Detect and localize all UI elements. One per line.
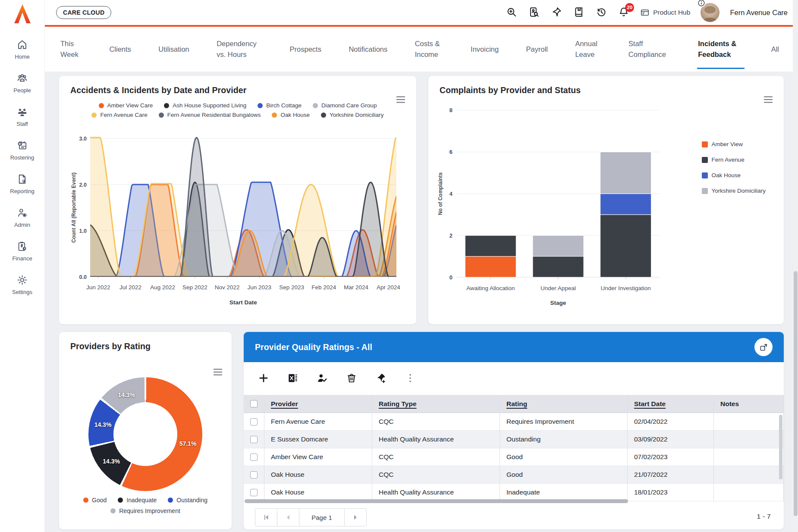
table-toolbar	[244, 362, 784, 395]
previous-page-button[interactable]	[277, 508, 299, 526]
tab-bar: This WeekClientsUtilisationDependency vs…	[45, 27, 798, 72]
info-icon[interactable]	[697, 0, 706, 7]
sidebar-item-rostering[interactable]: Rostering	[0, 140, 44, 167]
row-checkbox[interactable]	[250, 418, 258, 426]
product-hub-button[interactable]: Product Hub	[640, 8, 690, 17]
assign-button[interactable]	[316, 372, 328, 385]
delete-button[interactable]	[346, 372, 358, 385]
legend-item[interactable]: Oak House	[272, 112, 310, 118]
tab-prospects[interactable]: Prospects	[290, 44, 321, 55]
cell-start-date: 21/07/2022	[628, 466, 714, 484]
table-row[interactable]: Oak HouseHealth Quality AssuranceInadequ…	[244, 484, 784, 501]
table-row[interactable]: Oak HouseCQCGood21/07/2022	[244, 466, 784, 484]
legend-item[interactable]: Yorkshire Domiciliary	[321, 112, 384, 118]
tab-all[interactable]: All	[771, 44, 779, 55]
sidebar-item-finance[interactable]: Finance	[0, 241, 44, 268]
column-header-rating-type[interactable]: Rating Type	[372, 395, 500, 413]
vertical-scrollbar-thumb[interactable]	[779, 415, 782, 479]
column-header-provider[interactable]: Provider	[264, 395, 372, 413]
plus-icon	[258, 379, 269, 385]
tab-this-week[interactable]: This Week	[60, 38, 82, 60]
page-scrollbar[interactable]	[793, 0, 798, 532]
chart-menu-icon[interactable]	[396, 96, 406, 104]
trash-icon	[346, 379, 357, 385]
legend-item[interactable]: Amber View Care	[99, 102, 153, 109]
expand-icon[interactable]	[754, 338, 773, 356]
tab-dependency-vs-hours[interactable]: Dependency vs. Hours	[217, 38, 262, 60]
tab-clients[interactable]: Clients	[109, 44, 131, 55]
row-checkbox[interactable]	[250, 489, 258, 496]
svg-text:6: 6	[449, 149, 452, 155]
sidebar-item-home[interactable]: Home	[0, 39, 44, 66]
first-page-button[interactable]	[255, 508, 277, 526]
legend-item[interactable]: Amber View	[702, 141, 743, 147]
column-header-rating[interactable]: Rating	[500, 395, 628, 413]
sidebar-item-people[interactable]: People	[0, 72, 44, 100]
legend-item[interactable]: Diamond Care Group	[313, 102, 377, 109]
next-page-button[interactable]	[344, 508, 367, 526]
column-header-start-date[interactable]: Start Date	[628, 395, 714, 413]
tab-utilisation[interactable]: Utilisation	[158, 44, 189, 55]
legend-item[interactable]: Oak House	[702, 172, 741, 178]
export-excel-button[interactable]	[287, 372, 299, 385]
zoom-in-icon[interactable]	[506, 6, 518, 19]
legend-item[interactable]: Requires Improvement	[110, 507, 180, 514]
more-button[interactable]	[404, 372, 416, 385]
table-row[interactable]: E Sussex DomcareHealth Quality Assurance…	[244, 431, 784, 448]
cell-notes	[714, 448, 784, 466]
table-row[interactable]: Fern Avenue CareCQCRequires Improvement0…	[244, 413, 784, 431]
row-checkbox[interactable]	[250, 454, 258, 461]
cell-start-date: 07/02/2023	[628, 448, 714, 466]
row-checkbox[interactable]	[250, 471, 258, 479]
pin-button[interactable]	[375, 372, 387, 385]
tab-payroll[interactable]: Payroll	[526, 44, 548, 55]
sidebar-item-reporting[interactable]: Reporting	[0, 173, 44, 201]
sidebar-item-staff[interactable]: Staff	[0, 106, 44, 134]
tab-costs-income[interactable]: Costs & Income	[415, 38, 443, 60]
avatar[interactable]	[701, 3, 719, 22]
topbar: CARE CLOUD 20	[45, 0, 798, 27]
legend-item[interactable]: Fern Avenue	[702, 156, 744, 163]
legend-item[interactable]: Inadequate	[118, 497, 157, 504]
sidebar-item-label: Settings	[12, 289, 32, 295]
table-row[interactable]: Amber View CareCQCGood07/02/2023	[244, 448, 784, 466]
tab-staff-compliance[interactable]: Staff Compliance	[628, 38, 671, 60]
legend-swatch	[702, 157, 708, 163]
tab-incidents-feedback[interactable]: Incidents & Feedback	[698, 38, 744, 60]
cell-provider: Fern Avenue Care	[264, 413, 372, 431]
svg-text:Mar 2024: Mar 2024	[344, 284, 369, 291]
select-all-checkbox[interactable]	[250, 400, 258, 407]
legend-item[interactable]: Yorkshire Domiciliary	[702, 188, 766, 194]
history-icon[interactable]	[595, 6, 607, 19]
account-name[interactable]: Fern Avenue Care	[730, 9, 788, 17]
legend-swatch	[110, 508, 116, 513]
bookmark-icon[interactable]	[573, 6, 585, 19]
legend-item[interactable]: Ash House Supported Living	[164, 102, 246, 109]
app-logo[interactable]	[11, 3, 34, 24]
legend-item[interactable]: Fern Avenue Residential Bungalows	[159, 112, 261, 118]
row-checkbox[interactable]	[250, 436, 258, 443]
chart-title-complaints: Complaints by Provider and Status	[428, 76, 784, 95]
row-select-cell	[244, 484, 264, 501]
chart-menu-icon[interactable]	[213, 368, 223, 377]
sidebar-item-admin[interactable]: Admin	[0, 207, 44, 235]
legend-item[interactable]: Birch Cottage	[258, 102, 302, 109]
legend-label: Diamond Care Group	[321, 102, 377, 109]
svg-text:Feb 2024: Feb 2024	[311, 284, 336, 291]
client-search-icon[interactable]	[528, 6, 540, 19]
legend-item[interactable]: Good	[83, 497, 107, 504]
pin-icon[interactable]	[550, 6, 562, 19]
page-scrollbar-thumb[interactable]	[794, 271, 798, 516]
tab-annual-leave[interactable]: Annual Leave	[575, 38, 601, 60]
legend-item[interactable]: Fern Avenue Care	[91, 112, 147, 118]
donut-slice-label: 57.1%	[179, 440, 197, 447]
notifications-icon[interactable]: 20	[618, 6, 630, 19]
tab-notifications[interactable]: Notifications	[349, 44, 387, 55]
add-button[interactable]	[258, 372, 270, 385]
sidebar-item-settings[interactable]: Settings	[0, 274, 44, 302]
people-icon	[16, 72, 28, 84]
tab-invoicing[interactable]: Invoicing	[471, 44, 499, 55]
horizontal-scrollbar-thumb[interactable]	[245, 499, 628, 503]
legend-item[interactable]: Oustanding	[168, 497, 207, 504]
legend-label: Inadequate	[126, 497, 157, 504]
